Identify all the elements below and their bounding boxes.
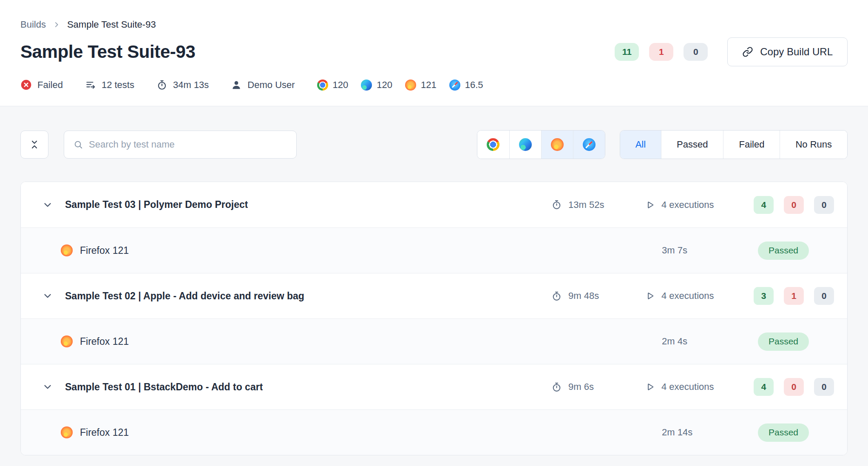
browser-filter-group bbox=[477, 130, 605, 159]
run-duration: 3m 7s bbox=[645, 245, 754, 256]
user-icon bbox=[231, 80, 242, 91]
chevron-down-icon[interactable] bbox=[42, 381, 53, 392]
stopwatch-icon bbox=[551, 199, 562, 210]
build-duration-stat: 34m 13s bbox=[156, 80, 209, 91]
browser-version-stats: 120 120 121 16.5 bbox=[317, 80, 483, 91]
firefox-version: 121 bbox=[421, 80, 437, 91]
failed-count-badge: 0 bbox=[784, 196, 804, 214]
firefox-icon bbox=[61, 426, 73, 438]
test-duration: 13m 52s bbox=[551, 199, 645, 210]
test-list: Sample Test 03 | Polymer Demo Project 13… bbox=[20, 182, 848, 455]
build-duration-label: 34m 13s bbox=[173, 80, 209, 91]
breadcrumb-builds-link[interactable]: Builds bbox=[20, 19, 46, 30]
test-list-icon bbox=[85, 80, 96, 91]
copy-build-url-label: Copy Build URL bbox=[760, 46, 833, 58]
test-count-badges: 4 0 0 bbox=[754, 196, 834, 214]
chrome-version: 120 bbox=[333, 80, 349, 91]
test-executions-label: 4 executions bbox=[661, 381, 714, 392]
test-count-badges: 4 0 0 bbox=[754, 378, 834, 396]
tab-failed[interactable]: Failed bbox=[723, 131, 780, 159]
browser-filter-safari[interactable] bbox=[573, 131, 605, 159]
safari-version: 16.5 bbox=[465, 80, 483, 91]
run-status-badge: Passed bbox=[758, 332, 809, 351]
browser-filter-edge[interactable] bbox=[509, 131, 541, 159]
build-status-label: Failed bbox=[37, 80, 63, 91]
chevron-right-icon bbox=[53, 21, 60, 28]
page-title: Sample Test Suite-93 bbox=[20, 42, 195, 62]
build-user-label: Demo User bbox=[247, 80, 295, 91]
passed-count-badge: 4 bbox=[754, 196, 774, 214]
failed-count-badge: 1 bbox=[649, 43, 673, 61]
test-executions: 4 executions bbox=[645, 290, 754, 301]
passed-count-badge: 4 bbox=[754, 378, 774, 396]
test-name: Sample Test 01 | BstackDemo - Add to car… bbox=[65, 381, 263, 393]
skipped-count-badge: 0 bbox=[814, 196, 834, 214]
test-count-badges: 3 1 0 bbox=[754, 287, 834, 305]
browser-filter-chrome[interactable] bbox=[477, 131, 509, 159]
failed-count-badge: 1 bbox=[784, 287, 804, 305]
tab-all[interactable]: All bbox=[620, 131, 661, 159]
test-group-row[interactable]: Sample Test 02 | Apple - Add device and … bbox=[21, 273, 847, 318]
test-group-row[interactable]: Sample Test 03 | Polymer Demo Project 13… bbox=[21, 182, 847, 227]
test-run-row[interactable]: Firefox 121 2m 14s Passed bbox=[21, 409, 847, 455]
skipped-count-badge: 0 bbox=[684, 43, 708, 61]
run-duration: 2m 14s bbox=[645, 427, 754, 438]
test-duration: 9m 48s bbox=[551, 290, 645, 301]
search-input[interactable] bbox=[89, 139, 287, 150]
test-run-row[interactable]: Firefox 121 3m 7s Passed bbox=[21, 227, 847, 273]
test-executions-label: 4 executions bbox=[661, 290, 714, 301]
failed-circle-icon bbox=[20, 79, 32, 91]
failed-count-badge: 0 bbox=[784, 378, 804, 396]
play-icon bbox=[645, 382, 655, 392]
run-status-badge: Passed bbox=[758, 242, 809, 260]
test-executions: 4 executions bbox=[645, 381, 754, 392]
run-status: Passed bbox=[754, 332, 834, 351]
safari-icon bbox=[449, 80, 460, 91]
stopwatch-icon bbox=[551, 291, 562, 301]
safari-icon bbox=[583, 138, 596, 151]
run-browser-label: Firefox 121 bbox=[80, 336, 129, 347]
tests-count-label: 12 tests bbox=[102, 80, 134, 91]
collapse-icon bbox=[29, 139, 40, 150]
edge-version: 120 bbox=[377, 80, 392, 91]
passed-count-badge: 11 bbox=[615, 43, 639, 61]
chevron-down-icon[interactable] bbox=[42, 199, 53, 210]
firefox-icon bbox=[61, 335, 73, 347]
tab-no-runs[interactable]: No Runs bbox=[780, 131, 847, 159]
skipped-count-badge: 0 bbox=[814, 287, 834, 305]
run-duration: 2m 4s bbox=[645, 336, 754, 347]
collapse-all-button[interactable] bbox=[20, 131, 48, 159]
chevron-down-icon[interactable] bbox=[42, 290, 53, 301]
run-status-badge: Passed bbox=[758, 423, 809, 442]
test-run-row[interactable]: Firefox 121 2m 4s Passed bbox=[21, 318, 847, 364]
play-icon bbox=[645, 200, 655, 210]
link-icon bbox=[742, 46, 753, 57]
test-name: Sample Test 02 | Apple - Add device and … bbox=[65, 290, 304, 302]
firefox-stat: 121 bbox=[405, 80, 437, 91]
tab-passed[interactable]: Passed bbox=[661, 131, 723, 159]
test-duration-label: 9m 48s bbox=[568, 290, 599, 301]
build-status: Failed bbox=[20, 79, 63, 91]
title-row: Sample Test Suite-93 11 1 0 Copy Build U… bbox=[20, 37, 848, 66]
browser-filter-firefox[interactable] bbox=[541, 131, 573, 159]
status-filter-tabs: All Passed Failed No Runs bbox=[620, 130, 848, 159]
run-status: Passed bbox=[754, 423, 834, 442]
test-name: Sample Test 03 | Polymer Demo Project bbox=[65, 199, 248, 210]
play-icon bbox=[645, 291, 655, 301]
filter-toolbar: All Passed Failed No Runs bbox=[20, 130, 848, 159]
test-group-row[interactable]: Sample Test 01 | BstackDemo - Add to car… bbox=[21, 364, 847, 409]
skipped-count-badge: 0 bbox=[814, 378, 834, 396]
test-duration: 9m 6s bbox=[551, 381, 645, 392]
chrome-icon bbox=[317, 80, 328, 91]
edge-icon bbox=[361, 80, 372, 91]
build-header: Builds Sample Test Suite-93 Sample Test … bbox=[0, 0, 868, 106]
copy-build-url-button[interactable]: Copy Build URL bbox=[727, 37, 848, 66]
edge-stat: 120 bbox=[361, 80, 392, 91]
edge-icon bbox=[519, 138, 532, 151]
build-summary: 11 1 0 Copy Build URL bbox=[615, 37, 848, 66]
firefox-icon bbox=[551, 138, 564, 151]
chrome-stat: 120 bbox=[317, 80, 349, 91]
stopwatch-icon bbox=[156, 80, 167, 91]
build-user-stat: Demo User bbox=[231, 80, 295, 91]
search-box bbox=[64, 131, 297, 159]
